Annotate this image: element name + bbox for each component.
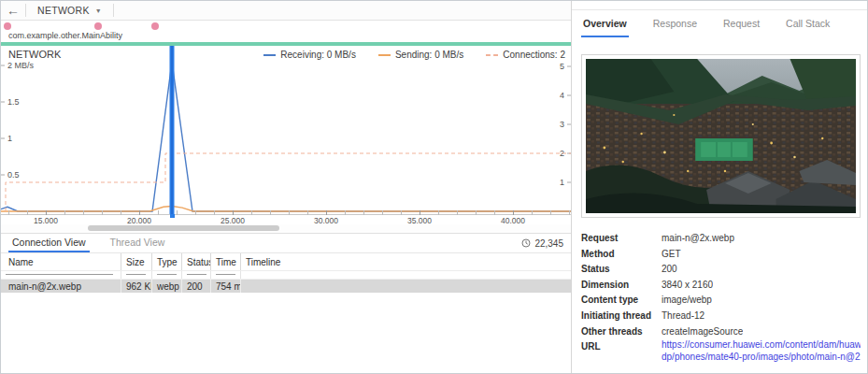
detail-value: main-n@2x.webp <box>662 231 734 243</box>
ruler-tick <box>251 210 252 215</box>
ruler-tick <box>550 210 551 215</box>
svg-text:1: 1 <box>7 134 12 143</box>
ruler-tick <box>27 210 28 215</box>
svg-text:3: 3 <box>560 120 564 129</box>
table-header-row: NameSizeTypeStatusTimeTimeline <box>1 253 571 271</box>
ruler-tick <box>64 210 65 215</box>
detail-row: Content typeimage/webp <box>581 293 861 309</box>
ruler-tick <box>326 210 327 215</box>
detail-tab-call-stack[interactable]: Call Stack <box>784 10 832 37</box>
svg-text:1: 1 <box>560 178 564 187</box>
column-header-size[interactable]: Size <box>121 253 152 270</box>
ruler-tick <box>46 210 47 215</box>
back-arrow-icon[interactable]: ← <box>1 1 25 20</box>
legend-swatch <box>486 54 498 56</box>
svg-text:5: 5 <box>560 62 564 71</box>
ruler-tick <box>289 210 290 215</box>
request-details-list: Requestmain-n@2x.webpMethodGETStatus200D… <box>581 231 861 363</box>
ruler-tick <box>457 210 458 215</box>
filter-input[interactable] <box>126 274 146 275</box>
timeline-ruler[interactable]: 15.00020.00025.00030.00035.00040.000 <box>1 214 571 224</box>
detail-label: Status <box>581 262 662 274</box>
cell-name: main-n@2x.webp <box>1 280 121 293</box>
column-header-time[interactable]: Time <box>211 253 241 270</box>
chart-legend: Receiving: 0 MB/sSending: 0 MB/sConnecti… <box>263 50 565 60</box>
series-sending <box>1 207 571 212</box>
detail-row: Initiating threadThread-12 <box>581 309 861 324</box>
detail-tab-response[interactable]: Response <box>651 10 699 37</box>
ruler-tick <box>438 210 439 215</box>
detail-value: 3840 x 2160 <box>662 278 713 290</box>
time-counter: 22,345 <box>521 233 563 253</box>
detail-value: 200 <box>662 262 677 274</box>
ruler-tick <box>494 210 495 215</box>
cell-status: 200 <box>182 280 211 293</box>
detail-tab-overview[interactable]: Overview <box>581 10 629 37</box>
detail-label: Other threads <box>581 324 662 337</box>
detail-label: Dimension <box>581 278 662 290</box>
ruler-tick <box>363 210 364 215</box>
detail-tab-request[interactable]: Request <box>721 10 761 37</box>
request-detail-panel: OverviewResponseRequestCall Stack <box>571 1 868 374</box>
detail-tabbar: OverviewResponseRequestCall Stack <box>572 9 868 37</box>
ruler-tick <box>420 210 420 215</box>
connections-table: NameSizeTypeStatusTimeTimelinemain-n@2x.… <box>1 253 571 293</box>
legend-item: Receiving: 0 MB/s <box>263 50 356 60</box>
selection-marker-ruler[interactable] <box>170 214 175 218</box>
clock-icon <box>521 238 531 248</box>
filter-input[interactable] <box>6 274 113 275</box>
ruler-tick <box>195 210 196 215</box>
detail-row: Requestmain-n@2x.webp <box>581 231 861 247</box>
legend-label: Sending: 0 MB/s <box>395 50 463 60</box>
ruler-tick <box>345 210 346 215</box>
ruler-tick <box>158 210 159 215</box>
ruler-tick <box>214 210 215 215</box>
column-header-status[interactable]: Status <box>182 253 211 270</box>
session-type-dropdown[interactable]: NETWORK ▼ <box>26 1 113 20</box>
column-header-timeline[interactable]: Timeline <box>241 253 571 270</box>
detail-row: Other threadscreateImageSource <box>581 324 861 340</box>
thumbnail-image <box>586 59 856 213</box>
request-url-link[interactable]: https://consumer.huawei.com/content/dam/… <box>662 339 861 363</box>
cell-type: webp <box>152 280 182 293</box>
chevron-down-icon: ▼ <box>95 7 102 14</box>
network-chart-canvas[interactable]: NETWORK2 MB/s1.510.554321 <box>1 46 571 214</box>
filter-input[interactable] <box>216 274 235 275</box>
ruler-tick <box>382 210 383 215</box>
event-marker-dot[interactable] <box>151 22 159 30</box>
network-chart[interactable]: NETWORK2 MB/s1.510.554321 Receiving: 0 M… <box>1 46 571 214</box>
tab-thread-view[interactable]: Thread View <box>107 234 169 252</box>
detail-value: Thread-12 <box>662 309 704 321</box>
table-row[interactable]: main-n@2x.webp962 KBwebp200754 ms <box>1 280 571 293</box>
event-marker-dot[interactable] <box>4 22 11 30</box>
event-marker-strip <box>1 21 571 31</box>
detail-value: GET <box>662 247 681 259</box>
legend-item: Connections: 2 <box>486 50 565 60</box>
column-header-type[interactable]: Type <box>152 253 182 270</box>
legend-label: Connections: 2 <box>503 50 565 60</box>
response-image-preview <box>581 54 861 218</box>
svg-text:2 MB/s: 2 MB/s <box>7 61 35 70</box>
series-connections <box>6 153 571 211</box>
toolbar-separator <box>113 4 114 17</box>
profiler-left-panel: ← NETWORK ▼ com.example.other.MainAbilit… <box>1 1 571 374</box>
detail-row: Status200 <box>581 262 861 278</box>
detail-row: Dimension3840 x 2160 <box>581 278 861 294</box>
legend-swatch <box>263 54 276 56</box>
event-marker-dot[interactable] <box>94 22 102 30</box>
ruler-tick <box>307 210 308 215</box>
column-header-name[interactable]: Name <box>1 253 121 270</box>
svg-text:1.5: 1.5 <box>7 97 20 107</box>
top-toolbar: ← NETWORK ▼ <box>1 1 571 21</box>
ruler-tick <box>476 210 477 215</box>
timeline-scrollbar-thumb[interactable] <box>88 225 279 231</box>
filter-input[interactable] <box>157 274 177 275</box>
ruler-tick <box>8 210 9 215</box>
tab-connection-view[interactable]: Connection View <box>8 234 90 252</box>
ruler-tick <box>102 210 103 215</box>
timeline-scrollbar-track[interactable] <box>1 224 571 233</box>
cell-timeline <box>241 280 571 293</box>
filter-input[interactable] <box>187 274 206 275</box>
cell-size: 962 KB <box>121 280 152 293</box>
ruler-tick <box>401 210 402 215</box>
